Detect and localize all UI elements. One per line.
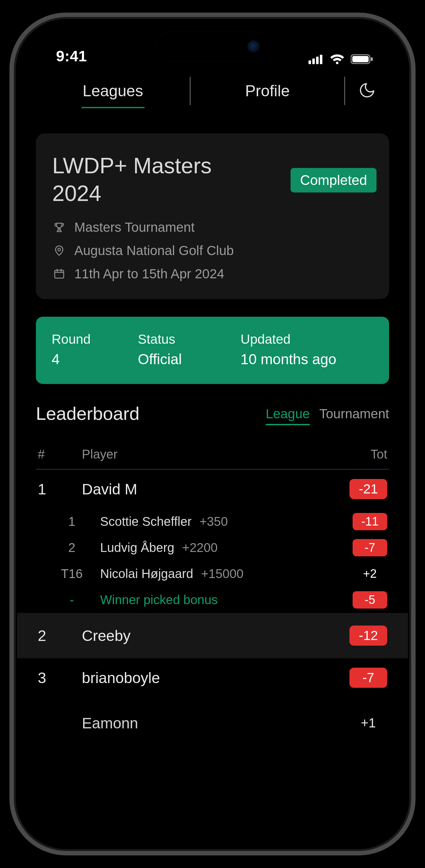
round-label: Round	[52, 332, 135, 347]
pick-odds: +15000	[198, 567, 244, 581]
row-total: -12	[349, 625, 387, 646]
leaderboard-header: Leaderboard League Tournament	[36, 403, 389, 424]
pick-odds: +350	[196, 515, 228, 528]
pick-total: +2	[352, 565, 387, 583]
round-value: 4	[52, 351, 135, 368]
league-title: LWDP+ Masters 2024	[52, 152, 248, 207]
row-player: Eamonn	[82, 715, 334, 732]
table-row[interactable]: 2 Creeby -12	[17, 613, 408, 658]
svg-rect-2	[316, 57, 319, 64]
power-button	[414, 281, 416, 388]
svg-point-7	[58, 248, 60, 251]
meta-tournament: Masters Tournament	[52, 220, 373, 235]
tab-leagues[interactable]: Leagues	[36, 75, 190, 106]
meta-venue-text: Augusta National Golf Club	[74, 243, 234, 258]
pick-name: Ludvig Åberg +2200	[100, 540, 334, 555]
status-badge: Completed	[290, 168, 376, 192]
col-rank: #	[38, 447, 82, 461]
wifi-icon	[329, 54, 345, 65]
table-row[interactable]: 3 brianoboyle -7	[36, 658, 389, 697]
pick-rank: -	[44, 593, 100, 607]
lb-tab-tournament[interactable]: Tournament	[319, 406, 389, 424]
pick-total: -7	[352, 539, 387, 556]
round-status-strip: Round 4 Status Official Updated 10 month…	[36, 317, 389, 384]
table-row[interactable]: 1 David M -21	[36, 469, 389, 508]
status-value: Official	[138, 351, 237, 368]
phone-screen: 9:41 Leagues Profile	[17, 20, 408, 848]
meta-dates: 11th Apr to 15th Apr 2024	[52, 267, 373, 281]
svg-rect-1	[312, 59, 315, 64]
status-label: Status	[138, 332, 237, 347]
battery-icon	[351, 54, 373, 64]
svg-rect-8	[55, 270, 64, 278]
meta-tournament-text: Masters Tournament	[74, 220, 195, 235]
status-icons	[309, 54, 373, 65]
row-player: David M	[82, 480, 334, 498]
top-nav: Leagues Profile	[36, 70, 389, 111]
table-header: # Player Tot	[36, 440, 389, 469]
table-row[interactable]: Eamonn +1	[36, 697, 389, 743]
row-total: +1	[349, 713, 387, 733]
svg-rect-3	[320, 55, 322, 64]
row-total: -21	[349, 479, 387, 499]
moon-icon	[358, 82, 376, 100]
row-rank: 1	[38, 480, 82, 498]
svg-rect-5	[352, 56, 369, 62]
pick-rank: T16	[44, 567, 100, 581]
pick-row: T16Nicolai Højgaard +15000+2	[36, 561, 389, 587]
status-time: 9:41	[56, 48, 87, 65]
trophy-icon	[52, 220, 66, 234]
location-icon	[52, 244, 66, 257]
row-rank: 2	[38, 627, 82, 644]
pick-name: Scottie Scheffler +350	[100, 515, 334, 529]
pick-name: Nicolai Højgaard +15000	[100, 567, 334, 581]
volume-down-button	[9, 341, 11, 410]
updated-value: 10 months ago	[240, 351, 373, 368]
phone-frame: 9:41 Leagues Profile	[9, 12, 416, 856]
pick-total: -11	[352, 513, 387, 530]
row-player: Creeby	[82, 627, 334, 644]
pick-name: Winner picked bonus	[100, 593, 334, 607]
leaderboard-table: # Player Tot 1 David M -21 1Scottie Sche…	[36, 440, 389, 743]
pick-row: -Winner picked bonus-5	[36, 587, 389, 613]
pick-row: 1Scottie Scheffler +350-11	[36, 508, 389, 535]
updated-label: Updated	[240, 332, 373, 347]
lb-tab-league[interactable]: League	[266, 406, 310, 424]
volume-up-button	[9, 256, 11, 325]
row-rank: 3	[38, 669, 82, 686]
pick-odds: +2200	[179, 540, 218, 554]
pick-rank: 1	[44, 515, 100, 529]
leaderboard-title: Leaderboard	[36, 403, 139, 424]
dynamic-island	[156, 31, 269, 62]
pick-total: -5	[352, 591, 387, 609]
side-button	[9, 187, 11, 221]
col-player: Player	[82, 447, 334, 461]
pick-rank: 2	[44, 540, 100, 555]
col-total: Tot	[334, 447, 387, 461]
pick-row: 2Ludvig Åberg +2200-7	[36, 535, 389, 561]
calendar-icon	[52, 267, 66, 281]
svg-rect-6	[371, 57, 373, 61]
cellular-icon	[309, 54, 323, 64]
svg-rect-0	[309, 60, 311, 64]
league-card: LWDP+ Masters 2024 Completed Masters Tou…	[36, 133, 389, 299]
tab-profile[interactable]: Profile	[191, 75, 344, 106]
theme-toggle[interactable]	[345, 82, 389, 100]
row-player: brianoboyle	[82, 669, 334, 686]
front-camera	[248, 40, 260, 53]
meta-venue: Augusta National Golf Club	[52, 243, 373, 258]
row-total: -7	[349, 668, 387, 688]
meta-dates-text: 11th Apr to 15th Apr 2024	[74, 267, 224, 281]
